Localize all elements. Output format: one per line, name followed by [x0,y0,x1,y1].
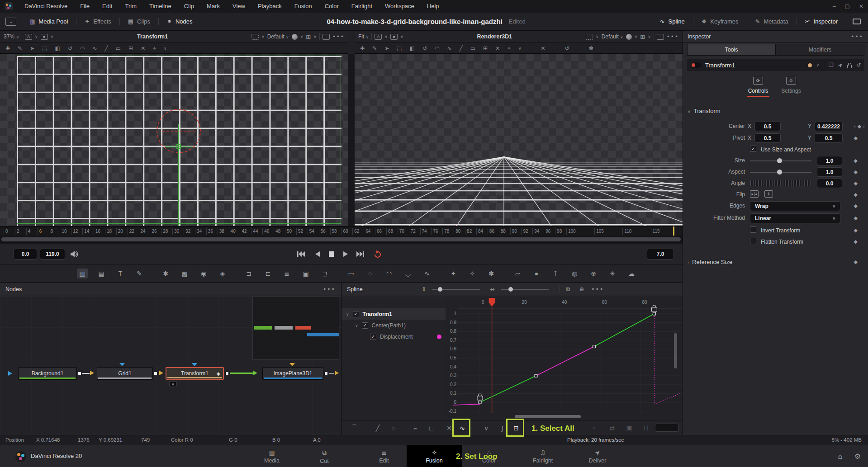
dual-monitor-icon[interactable] [853,19,861,24]
viewer-tool-icon[interactable]: ⬚ [397,45,402,52]
menu-mark[interactable]: Mark [200,0,226,13]
node-mask-input[interactable] [192,363,197,366]
pivot-x-field[interactable]: 0.5 [754,133,781,143]
horizontal-zoom-slider[interactable] [501,289,549,290]
guides-dropdown[interactable]: ⊞ [306,33,311,40]
filter-method-dropdown[interactable]: Linear∨ [750,213,840,223]
center-handle[interactable] [176,144,181,149]
menu-help[interactable]: Help [421,0,446,13]
menu-davinci-resolve[interactable]: DaVinci Resolve [18,0,74,13]
node-output-socket[interactable] [78,372,81,375]
viewer-tool-icon[interactable]: ∿ [447,45,451,52]
spline-linear-button[interactable]: ╱ [372,423,384,434]
roi-dropdown[interactable] [251,34,259,40]
keyframe-diamond-icon[interactable]: ◆ [854,158,858,164]
tool-layers-icon[interactable]: ≣ [281,269,292,278]
effects-toggle[interactable]: ✦Effects [76,18,119,25]
menu-color[interactable]: Color [318,0,345,13]
reference-size-row[interactable]: › Reference Size ◆ [683,257,868,267]
viewer-tool-icon[interactable]: ✎ [18,45,22,52]
menu-file[interactable]: File [74,0,96,13]
size-field[interactable]: 1.0 [817,156,842,165]
menu-trim[interactable]: Trim [119,0,143,13]
node-output-socket[interactable] [225,372,229,375]
horizontal-zoom-icon[interactable]: ↔ [490,286,494,292]
media-pool-toggle[interactable]: ▥Media Pool [21,18,76,25]
channel-dropdown[interactable]: A [25,34,32,40]
curve-color-swatch[interactable] [437,335,441,339]
tool-background-icon[interactable]: ▥ [77,269,88,278]
inspector-node-bar[interactable]: Transform1 ∨ ❐ ➤ ↺ [687,59,864,71]
go-to-first-frame-button[interactable] [295,249,307,259]
flip-vertical-button[interactable]: ↕ [764,190,773,198]
current-frame-field[interactable]: 7.0 [647,249,674,259]
spline-insert-key-button[interactable]: ＋ [588,423,600,434]
copy-icon[interactable]: ❐ [829,62,834,68]
zoom-level-dropdown[interactable]: 37% ∨ [4,33,19,40]
checkbox-checked[interactable]: ✓ [353,311,359,317]
node-graph-canvas[interactable]: Background1 Grid1 Transform1 ◈ ImageP [0,296,342,435]
viewer-tool-icon[interactable]: ✚ [360,45,365,52]
spline-ease-in-out-button[interactable]: ⌒ [348,423,360,434]
checkbox-unchecked[interactable]: ✓ [750,226,756,233]
keyframe-diamond-icon[interactable]: ◆ [854,169,858,175]
view-mode-dropdown[interactable]: ■ [41,34,48,40]
menu-view[interactable]: View [226,0,251,13]
spline-reverse-button[interactable]: ∨ [480,423,492,434]
node-color-dropdown[interactable]: ∨ [816,63,820,67]
node-material-input[interactable] [289,363,295,366]
edges-dropdown[interactable]: Wrap∨ [750,201,840,211]
tool-polygon-mask-icon[interactable]: ◠ [384,269,394,278]
menu-timeline[interactable]: Timeline [143,0,178,13]
tool-merge-icon[interactable]: ⊐ [243,269,254,278]
menu-workspace[interactable]: Workspace [379,0,421,13]
spline-flat-button[interactable]: ○ [387,423,399,434]
settings-gear-icon[interactable]: ⚙ [854,452,861,461]
channel-dropdown[interactable]: A [375,34,382,40]
tool-merge-3d-icon[interactable]: ⊕ [588,269,599,278]
color-controls-icon[interactable] [626,34,632,40]
viewer-tool-icon[interactable]: ╱ [459,45,462,52]
tool-merge-under-icon[interactable]: ⊏ [262,269,273,278]
home-icon[interactable]: ⌂ [838,452,843,461]
tool-glow-icon[interactable]: ◈ [217,269,228,278]
checkbox-checked[interactable]: ✓ [750,146,756,152]
spline-time-stretch-button[interactable]: ⇄ [606,423,618,434]
lock-icon[interactable] [847,65,852,68]
range-in-field[interactable]: 0.0 [14,249,37,259]
nav-page-deliver[interactable]: ➤Deliver [570,445,625,467]
keyframe-diamond-icon[interactable]: ◆ [854,259,858,265]
menu-clip[interactable]: Clip [178,0,200,13]
lut-dropdown[interactable]: Default ∨ [602,33,623,40]
keyframe-diamond-icon[interactable]: ◆ [854,239,858,245]
tool-renderer-3d-icon[interactable]: ☀ [607,269,618,278]
spline-show-key-markers-button[interactable]: ⊺⊺ [640,423,652,434]
tool-sphere-3d-icon[interactable]: ● [531,269,542,278]
zoom-fit-icon[interactable]: ⧉ [566,286,570,293]
aspect-field[interactable]: 1.0 [817,167,842,177]
tool-fast-noise-icon[interactable]: ▤ [96,269,107,278]
nav-page-cut[interactable]: ⧉Cut [297,445,352,467]
node-transform1-selected[interactable]: Transform1 ◈ [166,367,224,380]
tool-cloud-3d-icon[interactable]: ☁ [626,269,637,278]
view-mode-dropdown[interactable]: ■ [390,34,398,40]
viewer-divider[interactable] [348,54,355,226]
loop-button[interactable] [372,249,384,259]
node-imageplane3d1[interactable]: ImagePlane3D1 [262,367,323,380]
tool-ellipse-mask-icon[interactable]: ○ [365,269,375,278]
nav-page-media[interactable]: ▥Media [244,445,299,467]
play-reverse-button[interactable] [311,249,323,259]
viewer-tool-icon[interactable]: ⊞ [483,45,488,52]
spline-toggle[interactable]: ∿Spline [652,18,693,25]
menu-playback[interactable]: Playback [251,0,288,13]
viewer-tool-icon[interactable]: ▭ [116,45,121,52]
clips-toggle[interactable]: ▤Clips [120,18,158,25]
viewer-tool-icon[interactable]: ∿ [92,45,97,52]
viewer-tool-icon[interactable]: ◧ [55,45,60,52]
nodes-toggle[interactable]: ⚭Nodes [159,18,200,25]
viewer-tools-more[interactable]: ∨ [518,46,522,51]
keyframe-diamond-icon[interactable]: ◆ [854,215,858,221]
lut-dropdown[interactable]: Default ∨ [267,33,289,40]
spline-shape-box-button[interactable]: ▣ [623,423,635,434]
tool-spark1-icon[interactable]: ✦ [448,269,459,278]
